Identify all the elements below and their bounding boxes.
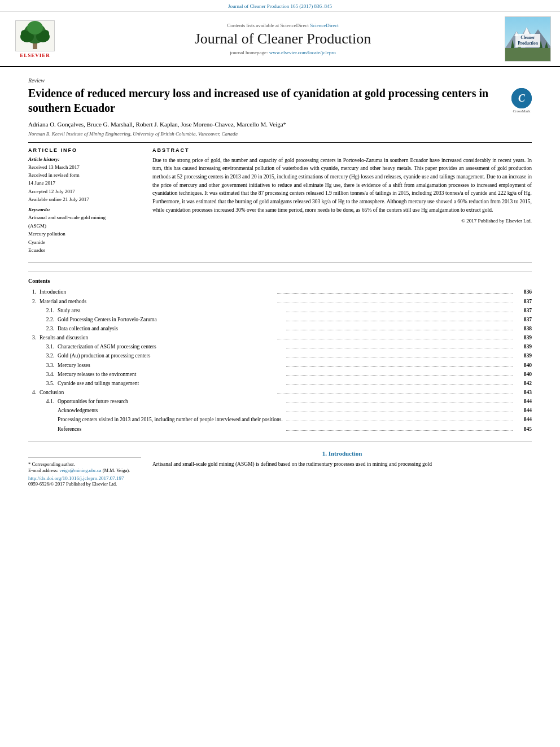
introduction-section: * Corresponding author. E-mail address: … — [28, 450, 532, 487]
toc-item-2: 2. Material and methods 837 — [28, 297, 532, 306]
toc-item-2-2: 2.2. Gold Processing Centers in Portovel… — [28, 315, 532, 324]
journal-citation: Journal of Cleaner Production 165 (2017)… — [228, 3, 332, 9]
top-bar: Journal of Cleaner Production 165 (2017)… — [0, 0, 560, 12]
toc-item-processing-centers: Processing centers visited in 2013 and 2… — [28, 415, 532, 424]
contents-section: Contents 1. Introduction 836 2. Material… — [28, 272, 532, 433]
svg-point-5 — [21, 30, 28, 37]
section-divider-1 — [28, 262, 532, 263]
svg-text:C: C — [518, 93, 526, 104]
toc-item-acknowledgments: Acknowledgments 844 — [28, 406, 532, 415]
crossmark-icon: C — [511, 88, 532, 108]
affiliation: Norman B. Keevil Institute of Mining Eng… — [28, 131, 532, 137]
corresponding-author-note: * Corresponding author. — [28, 461, 141, 468]
keywords-label: Keywords: — [28, 207, 141, 212]
toc-item-3: 3. Results and discussion 839 — [28, 333, 532, 342]
email-link[interactable]: veiga@mining.ubc.ca — [59, 468, 101, 473]
doi-line[interactable]: http://dx.doi.org/10.1016/j.jclepro.2017… — [28, 475, 141, 481]
toc-item-4-1: 4.1. Opportunities for future research 8… — [28, 397, 532, 406]
contents-title: Contents — [28, 278, 532, 284]
sciencedirect-link[interactable]: ScienceDirect — [310, 23, 338, 28]
abstract-text: Due to the strong price of gold, the num… — [152, 156, 532, 215]
article-divider — [28, 142, 532, 143]
issn-line: 0959-6526/© 2017 Published by Elsevier L… — [28, 481, 141, 487]
sciencedirect-line: Contents lists available at ScienceDirec… — [227, 23, 339, 28]
journal-header: ELSEVIER Contents lists available at Sci… — [0, 12, 560, 67]
toc-item-2-3: 2.3. Data collection and analysis 838 — [28, 324, 532, 333]
article-title: Evidence of reduced mercury loss and inc… — [28, 86, 506, 115]
introduction-text-col: 1. Introduction Artisanal and small-scal… — [152, 450, 532, 487]
article-dates: Received 13 March 2017 Received in revis… — [28, 163, 141, 204]
copyright: © 2017 Published by Elsevier Ltd. — [152, 218, 532, 224]
authors: Adriana O. Gonçalves, Bruce G. Marshall,… — [28, 120, 532, 129]
elsevier-label: ELSEVIER — [20, 53, 50, 58]
toc-item-3-2: 3.2. Gold (Au) production at processing … — [28, 351, 532, 360]
toc-item-3-1: 3.1. Characterization of ASGM processing… — [28, 342, 532, 351]
journal-header-center: Contents lists available at ScienceDirec… — [69, 16, 497, 62]
abstract-col: ABSTRACT Due to the strong price of gold… — [152, 147, 532, 255]
elsevier-tree-icon — [15, 20, 55, 51]
introduction-heading: 1. Introduction — [152, 450, 532, 457]
introduction-text: Artisanal and small-scale gold mining (A… — [152, 460, 532, 469]
badge-title: CleanerProduction — [518, 35, 538, 46]
introduction-two-col: * Corresponding author. E-mail address: … — [28, 450, 532, 487]
keywords-list: Artisanal and small-scale gold mining (A… — [28, 213, 141, 254]
article-info-abstract: ARTICLE INFO Article history: Received 1… — [28, 147, 532, 255]
svg-point-4 — [27, 21, 43, 34]
toc-item-2-1: 2.1. Study area 837 — [28, 306, 532, 315]
crossmark-badge[interactable]: C CrossMark — [511, 88, 532, 113]
toc-item-3-3: 3.3. Mercury losses 840 — [28, 361, 532, 370]
toc-item-references: References 845 — [28, 425, 532, 434]
badge-image: CleanerProduction — [505, 16, 551, 62]
footnote-area: * Corresponding author. E-mail address: … — [28, 457, 141, 487]
toc-item-3-4: 3.4. Mercury releases to the environment… — [28, 370, 532, 379]
homepage-line: journal homepage: www.elsevier.com/locat… — [230, 50, 335, 55]
cleaner-production-badge: CleanerProduction — [502, 16, 553, 62]
toc-item-1: 1. Introduction 836 — [28, 287, 532, 296]
crossmark-label: CrossMark — [511, 109, 532, 113]
svg-rect-13 — [505, 48, 551, 62]
section-label: Review — [28, 77, 532, 84]
abstract-header: ABSTRACT — [152, 147, 532, 153]
title-area: Evidence of reduced mercury loss and inc… — [28, 86, 532, 120]
homepage-url[interactable]: www.elsevier.com/locate/jclepro — [269, 50, 336, 55]
main-content: Review Evidence of reduced mercury loss … — [0, 67, 560, 492]
toc-item-4: 4. Conclusion 843 — [28, 388, 532, 397]
journal-title: Journal of Cleaner Production — [195, 30, 371, 47]
svg-point-6 — [42, 30, 49, 37]
elsevier-logo: ELSEVIER — [7, 16, 63, 62]
section-divider-2 — [28, 442, 532, 442]
article-info-header: ARTICLE INFO — [28, 147, 141, 153]
article-info-col: ARTICLE INFO Article history: Received 1… — [28, 147, 141, 255]
article-history-label: Article history: — [28, 156, 141, 162]
toc-item-3-5: 3.5. Cyanide use and tailings management… — [28, 379, 532, 388]
email-line: E-mail address: veiga@mining.ubc.ca (M.M… — [28, 468, 141, 473]
